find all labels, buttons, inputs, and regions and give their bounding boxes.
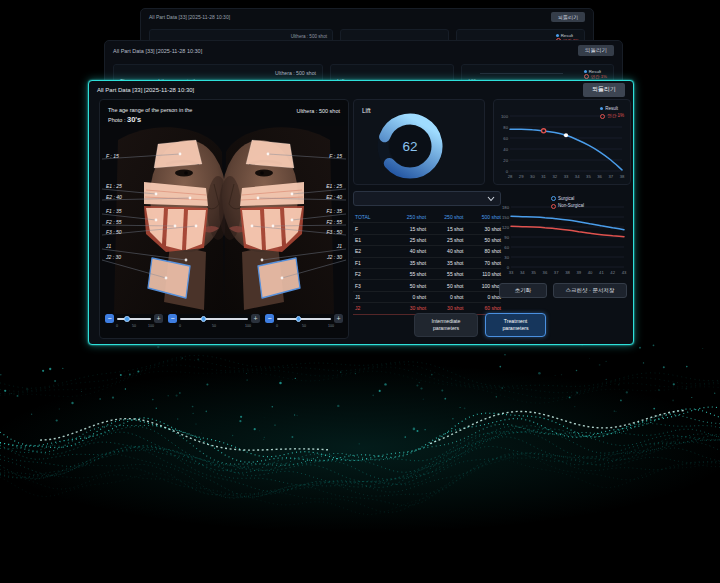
window-title: All Part Data [33] [2025-11-28 10:30] xyxy=(113,48,202,54)
decrease-button[interactable]: − xyxy=(105,314,114,323)
svg-text:36: 36 xyxy=(543,270,548,275)
svg-text:40: 40 xyxy=(588,270,593,275)
lift-label: Lift xyxy=(362,107,371,114)
slider-thumb[interactable] xyxy=(296,316,302,322)
zone-label-J1: J1 xyxy=(106,243,111,249)
slider-thumb[interactable] xyxy=(201,316,207,322)
window-title: All Part Data [33] [2025-11-28 10:30] xyxy=(97,87,194,93)
age-range-label: The age range of the person in the Photo… xyxy=(108,106,192,126)
svg-text:42: 42 xyxy=(610,270,615,275)
window-title: All Part Data [33] [2025-11-28 10:30] xyxy=(149,14,230,20)
decrease-button[interactable]: − xyxy=(168,314,177,323)
increase-button[interactable]: + xyxy=(251,314,260,323)
svg-text:43: 43 xyxy=(622,270,627,275)
svg-text:30: 30 xyxy=(530,174,535,179)
device-shot-label: Ulthera : 500 shot xyxy=(297,108,340,114)
zone-label-F1: F1 : 35 xyxy=(106,208,122,214)
particle-wave-background xyxy=(0,330,720,583)
svg-text:31: 31 xyxy=(541,174,546,179)
face-visualization xyxy=(100,126,348,314)
svg-text:29: 29 xyxy=(519,174,524,179)
svg-text:80: 80 xyxy=(503,125,508,130)
svg-text:0: 0 xyxy=(506,169,509,174)
back-button: 되돌리기 xyxy=(551,12,585,22)
zone-label-E1: E1 : 25 xyxy=(106,183,122,189)
svg-text:40: 40 xyxy=(503,147,508,152)
photo-age-value: 30's xyxy=(127,115,141,124)
svg-text:28: 28 xyxy=(508,174,513,179)
slider-group-2: − 050100 + xyxy=(168,314,260,334)
shot-table: TOTAL 250 shot 250 shot 500 shot F15 sho… xyxy=(353,212,501,315)
svg-text:37: 37 xyxy=(608,174,613,179)
result-chart-legend: Result 연간 1% xyxy=(600,105,624,119)
result-legend-dot xyxy=(556,34,559,37)
svg-text:39: 39 xyxy=(576,270,581,275)
svg-text:33: 33 xyxy=(564,174,569,179)
red-legend-ring xyxy=(584,74,589,79)
increase-button[interactable]: + xyxy=(154,314,163,323)
back-button[interactable]: 되돌리기 xyxy=(583,83,625,97)
surgical-chart-box: 03060901201501803334353637383940414243 S… xyxy=(495,193,629,279)
svg-text:34: 34 xyxy=(575,174,580,179)
part-select-dropdown[interactable] xyxy=(353,191,501,206)
zone-label-J1-right: J1 xyxy=(337,243,342,249)
svg-text:100: 100 xyxy=(501,114,509,119)
zone-label-F2-right: F2 : 55 xyxy=(326,219,342,225)
slider-track[interactable]: 050100 xyxy=(277,314,331,323)
reset-button[interactable]: 초기화 xyxy=(499,283,547,298)
back-button: 되돌리기 xyxy=(578,45,614,56)
slider-track[interactable]: 050100 xyxy=(117,314,151,323)
slider-thumb[interactable] xyxy=(124,316,130,322)
slider-track[interactable]: 050100 xyxy=(180,314,248,323)
increase-button[interactable]: + xyxy=(334,314,343,323)
table-row: J10 shot0 shot0 shot xyxy=(353,292,501,303)
decrease-button[interactable]: − xyxy=(265,314,274,323)
zone-label-E2: E2 : 40 xyxy=(106,194,122,200)
svg-text:36: 36 xyxy=(597,174,602,179)
photo-panel: The age range of the person in the Photo… xyxy=(99,99,349,339)
svg-text:60: 60 xyxy=(503,136,508,141)
surgical-chart-legend: Surgical Non-Surgical xyxy=(551,195,584,209)
result-chart-panel: 0204060801002829303132333435363738 Resul… xyxy=(493,99,631,185)
zone-label-J2-right: J2 : 30 xyxy=(327,254,342,260)
svg-text:35: 35 xyxy=(531,270,536,275)
lift-gauge: 62 xyxy=(376,112,444,180)
svg-text:37: 37 xyxy=(554,270,559,275)
svg-text:33: 33 xyxy=(509,270,514,275)
svg-text:60: 60 xyxy=(504,245,509,250)
screenshot-save-button[interactable]: 스크린샷 · 문서저장 xyxy=(553,283,627,298)
intermediate-parameters-button[interactable]: Intermediateparameters xyxy=(414,313,478,337)
annual-legend-ring xyxy=(600,114,605,119)
app-screen: All Part Data [33] [2025-11-28 10:30] 되돌… xyxy=(0,0,720,583)
nonsurgical-legend-ring xyxy=(551,204,556,209)
adjustment-sliders: − 050100 + − 050100 + − xyxy=(105,314,343,334)
slider-group-1: − 050100 + xyxy=(105,314,163,334)
table-header-row: TOTAL 250 shot 250 shot 500 shot xyxy=(353,212,501,223)
table-row: F135 shot35 shot70 shot xyxy=(353,258,501,269)
zone-label-F3: F3 : 50 xyxy=(106,229,122,235)
zone-label-F-right: F : 15 xyxy=(329,153,342,159)
svg-text:41: 41 xyxy=(599,270,604,275)
zone-label-E2-right: E2 : 40 xyxy=(326,194,342,200)
zone-label-F3-right: F3 : 50 xyxy=(326,229,342,235)
svg-text:34: 34 xyxy=(520,270,525,275)
right-column: Lift 62 02040608010028293031323334353637… xyxy=(353,99,629,337)
svg-text:30: 30 xyxy=(504,255,509,260)
svg-text:180: 180 xyxy=(502,205,510,210)
svg-text:32: 32 xyxy=(552,174,557,179)
zone-label-F2: F2 : 55 xyxy=(106,219,122,225)
table-row: E125 shot25 shot50 shot xyxy=(353,235,501,246)
slider-group-3: − 050100 + xyxy=(265,314,343,334)
result-legend-dot xyxy=(600,107,603,110)
zone-label-J2: J2 : 30 xyxy=(106,254,121,260)
main-window: All Part Data [33] [2025-11-28 10:30] 되돌… xyxy=(88,80,634,345)
table-row: E240 shot40 shot80 shot xyxy=(353,246,501,257)
treatment-parameters-button[interactable]: Treatmentparameters xyxy=(485,313,546,337)
zone-label-F1-right: F1 : 35 xyxy=(326,208,342,214)
zone-label-E1-right: E1 : 25 xyxy=(326,183,342,189)
table-row: F350 shot50 shot100 shot xyxy=(353,280,501,291)
lift-value: 62 xyxy=(402,139,417,154)
svg-text:38: 38 xyxy=(620,174,625,179)
svg-text:90: 90 xyxy=(504,235,509,240)
zone-label-F: F : 15 xyxy=(106,153,119,159)
